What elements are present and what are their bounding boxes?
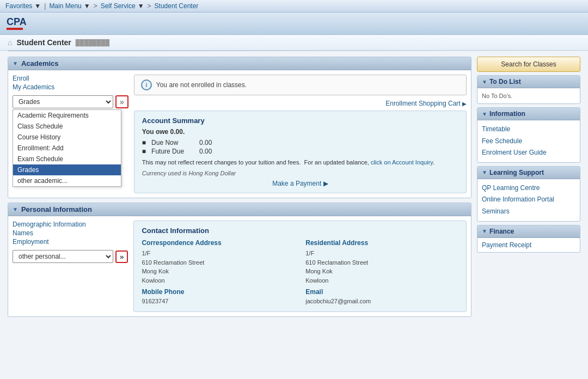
academics-header: ▼ Academics [8, 57, 471, 70]
timetable-link[interactable]: Timetable [482, 124, 575, 136]
residential-title: Residential Address [305, 239, 458, 247]
todo-section: ▼ To Do List No To Do's. [477, 75, 580, 104]
home-icon: ⌂ [8, 38, 12, 47]
email-value: jacobchiu27@gmail.com [305, 297, 458, 306]
make-payment-row: Make a Payment ▶ [142, 180, 458, 187]
due-now-value: 0.00 [199, 139, 212, 146]
correspondence-title: Correspondence Address [142, 239, 295, 247]
bullet-icon2: ■ [142, 148, 146, 155]
learning-support-triangle: ▼ [482, 169, 487, 175]
due-now-label: Due Now [151, 139, 195, 146]
page-title-bar: ⌂ Student Center ████████ [0, 35, 588, 51]
qp-learning-link[interactable]: QP Learning Centre [482, 182, 575, 194]
student-id: ████████ [76, 39, 109, 46]
employment-link[interactable]: Employment [13, 238, 128, 246]
fee-schedule-link[interactable]: Fee Schedule [482, 136, 575, 148]
contact-info-title: Contact Information [142, 227, 458, 235]
personal-info-section: ▼ Personal Information Demographic Infor… [8, 203, 471, 317]
personal-left: Demographic Information Names Employment… [13, 221, 128, 265]
academics-left: Enroll My Academics other academic... Ac… [13, 75, 128, 111]
bullet-icon: ■ [142, 139, 146, 146]
residential-line2: 610 Reclamation Street [305, 258, 458, 267]
contact-columns: Correspondence Address 1/F 610 Reclamati… [142, 239, 458, 306]
dropdown-item-academic-requirements[interactable]: Academic Requirements [13, 110, 121, 121]
finance-triangle: ▼ [482, 228, 487, 234]
payment-receipt-link[interactable]: Payment Receipt [482, 241, 575, 249]
logo-area: CPA [7, 17, 27, 30]
online-portal-link[interactable]: Online Information Portal [482, 194, 575, 206]
todo-content: No To Do's. [477, 88, 580, 103]
my-academics-link[interactable]: My Academics [13, 83, 128, 91]
go-button-icon: » [120, 97, 124, 106]
enroll-notice: i You are not enrolled in classes. [134, 75, 467, 95]
information-header: ▼ Information [477, 108, 580, 120]
personal-select[interactable]: other personal... [13, 250, 113, 263]
account-note: This may not reflect recent changes to y… [142, 158, 458, 167]
academics-content: Enroll My Academics other academic... Ac… [8, 70, 471, 198]
finance-header: ▼ Finance [477, 225, 580, 238]
dropdown-item-grades[interactable]: Grades [13, 164, 121, 175]
favorites-menu[interactable]: Favorites [5, 2, 32, 10]
personal-dropdown-row: other personal... » [13, 250, 128, 263]
academics-title: Academics [21, 59, 59, 68]
future-due-label: Future Due [151, 148, 195, 155]
residential-line3: Mong Kok [305, 267, 458, 276]
mobile-label: Mobile Phone [142, 288, 295, 296]
personal-right: Contact Information Correspondence Addre… [133, 221, 467, 312]
account-inquiry-link[interactable]: click on Account Inquiry [371, 159, 433, 166]
info-circle-icon: i [141, 80, 152, 90]
enrollment-link-row: Enrollment Shopping Cart ▶ [134, 100, 467, 107]
not-enrolled-message: You are not enrolled in classes. [156, 81, 247, 89]
finance-title: Finance [489, 228, 514, 235]
finance-content: Payment Receipt [477, 238, 580, 252]
academic-dropdown-row: other academic... Academic Requirements … [13, 95, 128, 108]
future-due-value: 0.00 [199, 148, 212, 155]
academic-select[interactable]: other academic... Academic Requirements … [13, 95, 113, 108]
enrolment-guide-link[interactable]: Enrolment User Guide [482, 147, 575, 159]
correspondence-line1: 1/F [142, 249, 295, 258]
dropdown-item-exam-schedule[interactable]: Exam Schedule [13, 154, 121, 164]
todo-empty-message: No To Do's. [482, 91, 575, 100]
enrollment-arrow-icon: ▶ [462, 101, 467, 107]
learning-support-header: ▼ Learning Support [477, 167, 580, 179]
personal-info-header: ▼ Personal Information [8, 203, 471, 216]
information-content: Timetable Fee Schedule Enrolment User Gu… [477, 120, 580, 162]
right-sidebar: Search for Classes ▼ To Do List No To Do… [477, 57, 580, 253]
logo-underline [7, 28, 23, 30]
enroll-link[interactable]: Enroll [13, 75, 128, 82]
learning-support-title: Learning Support [489, 169, 544, 176]
main-menu[interactable]: Main Menu [49, 2, 81, 10]
contact-info-box: Contact Information Correspondence Addre… [133, 221, 467, 312]
account-summary: Account Summary You owe 0.00. ■ Due Now … [134, 111, 467, 193]
due-now-row: ■ Due Now 0.00 [142, 139, 458, 146]
academics-triangle: ▼ [13, 60, 18, 66]
dropdown-item-class-schedule[interactable]: Class Schedule [13, 121, 121, 132]
seminars-link[interactable]: Seminars [482, 206, 575, 218]
personal-info-content: Demographic Information Names Employment… [13, 221, 467, 312]
self-service-menu[interactable]: Self Service [101, 2, 136, 10]
correspondence-line3: Mong Kok [142, 267, 295, 276]
academics-right: i You are not enrolled in classes. Enrol… [134, 75, 467, 193]
names-link[interactable]: Names [13, 229, 128, 237]
dropdown-item-other-academic[interactable]: other academic... [13, 175, 121, 186]
dropdown-item-enrollment-add[interactable]: Enrollment: Add [13, 143, 121, 154]
search-classes-button[interactable]: Search for Classes [477, 57, 580, 72]
demographic-link[interactable]: Demographic Information [13, 221, 128, 228]
enrollment-cart-link[interactable]: Enrollment Shopping Cart ▶ [385, 100, 467, 107]
future-due-row: ■ Future Due 0.00 [142, 148, 458, 155]
academics-section: ▼ Academics Enroll My Academics other ac… [8, 57, 471, 198]
currency-note: Currency used is Hong Kong Dollar [142, 170, 458, 176]
personal-info-title: Personal Information [21, 205, 92, 213]
dropdown-item-course-history[interactable]: Course History [13, 132, 121, 143]
student-center-nav[interactable]: Student Center [155, 2, 199, 10]
page-title: Student Center [16, 38, 71, 47]
self-service-arrow: ▼ [138, 2, 144, 10]
personal-go-button[interactable]: » [115, 250, 128, 263]
academics-top-row: Enroll My Academics other academic... Ac… [13, 75, 467, 193]
learning-support-section: ▼ Learning Support QP Learning Centre On… [477, 166, 580, 222]
learning-support-content: QP Learning Centre Online Information Po… [477, 179, 580, 221]
academic-go-button[interactable]: » [115, 95, 128, 108]
todo-title: To Do List [489, 78, 521, 85]
personal-go-icon: » [120, 253, 124, 261]
make-payment-link[interactable]: Make a Payment ▶ [272, 180, 328, 187]
